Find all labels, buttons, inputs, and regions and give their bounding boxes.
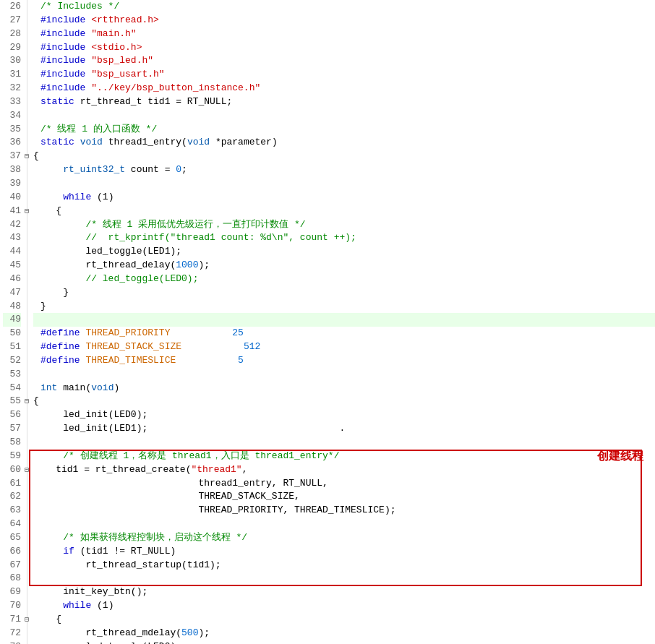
line-number: 54 — [3, 382, 21, 395]
code-line: // rt_kprintf("thread1 count: %d\n", cou… — [33, 231, 655, 245]
line-number: 55 — [3, 395, 21, 408]
code-line: THREAD_STACK_SIZE, — [33, 490, 655, 504]
line-number: 26 — [3, 0, 21, 14]
line-number: 35 — [3, 123, 21, 137]
code-line: init_key_btn(); — [33, 585, 655, 599]
line-number: 36 — [3, 136, 21, 150]
collapse-icon[interactable]: ⊟ — [25, 150, 32, 164]
line-number: 37 — [3, 150, 21, 163]
code-text: #define THREAD_STACK_SIZE 512 — [40, 341, 260, 352]
code-text: #include <rtthread.h> — [40, 14, 159, 25]
code-text: rt_thread_delay(1000); — [40, 259, 210, 270]
code-line: thread1_entry, RT_NULL, — [33, 477, 655, 491]
code-text: thread1_entry, RT_NULL, — [40, 478, 328, 489]
line-number: 46 — [3, 272, 21, 286]
code-text: int main(void) — [40, 382, 119, 393]
line-number: 29 — [3, 41, 21, 55]
code-line: led_init(LED0); — [33, 408, 655, 422]
code-line: led_init(LED1); . — [33, 422, 655, 436]
code-line: if (tid1 != RT_NULL) — [33, 545, 655, 559]
code-text: led_toggle(LED0); — [40, 641, 181, 644]
code-text: { — [33, 150, 39, 161]
code-text: { — [33, 205, 61, 216]
line-number: 63 — [3, 504, 21, 518]
code-line: ⊟ tid1 = rt_thread_create("thread1", — [33, 463, 655, 477]
code-line: led_toggle(LED1); — [33, 245, 655, 259]
red-box-annotation: 创建线程 — [597, 450, 643, 463]
code-line: #include "bsp_led.h" — [33, 54, 655, 68]
code-text: } — [40, 301, 46, 312]
code-line: while (1) — [33, 599, 655, 613]
code-text: /* Includes */ — [40, 1, 119, 12]
code-text: #include "../key/bsp_button_instance.h" — [40, 82, 260, 93]
code-line: ⊟ { — [33, 613, 655, 627]
line-number: 61 — [3, 477, 21, 491]
code-line: rt_thread_startup(tid1); — [33, 559, 655, 572]
code-content[interactable]: /* Includes */#include <rtthread.h>#incl… — [27, 0, 655, 644]
code-line: ⊟{ — [33, 395, 655, 408]
line-number: 33 — [3, 95, 21, 109]
line-number: 41 — [3, 205, 21, 218]
code-text: rt_thread_startup(tid1); — [40, 559, 221, 570]
line-number: 49 — [3, 313, 21, 327]
line-number: 27 — [3, 14, 21, 27]
line-number: 57 — [3, 422, 21, 436]
line-number-gutter: 2627282930313233343536373839404142434445… — [0, 0, 27, 644]
code-line: static rt_thread_t tid1 = RT_NULL; — [33, 95, 655, 109]
code-text: static void thread1_entry(void *paramete… — [40, 137, 278, 147]
code-line: /* 线程 1 采用低优先级运行，一直打印计数值 */ — [33, 218, 655, 232]
code-text: // rt_kprintf("thread1 count: %d\n", cou… — [40, 232, 356, 243]
code-line: ⊟{ — [33, 150, 655, 163]
code-line — [33, 109, 655, 123]
code-line: rt_thread_delay(1000); — [33, 259, 655, 272]
line-number: 58 — [3, 436, 21, 450]
line-number: 30 — [3, 54, 21, 68]
code-text: rt_thread_mdelay(500); — [40, 627, 210, 638]
line-number: 72 — [3, 627, 21, 640]
collapse-icon[interactable]: ⊟ — [25, 614, 32, 627]
line-number: 62 — [3, 490, 21, 504]
line-number: 45 — [3, 259, 21, 272]
code-line: } — [33, 286, 655, 300]
line-number: 39 — [3, 177, 21, 191]
line-number: 67 — [3, 559, 21, 572]
collapse-icon[interactable]: ⊟ — [25, 464, 32, 478]
code-line: /* Includes */ — [33, 0, 655, 14]
code-text: rt_uint32_t count = 0; — [40, 164, 187, 175]
code-text: /* 如果获得线程控制块，启动这个线程 */ — [40, 532, 247, 543]
line-number: 32 — [3, 82, 21, 95]
line-number: 56 — [3, 408, 21, 422]
code-text: /* 线程 1 的入口函数 */ — [40, 124, 157, 134]
code-line: ⊟ { — [33, 205, 655, 218]
line-number: 70 — [3, 599, 21, 613]
code-text: #include "bsp_usart.h" — [40, 69, 165, 80]
code-text: /* 线程 1 采用低优先级运行，一直打印计数值 */ — [40, 219, 306, 230]
code-text: THREAD_STACK_SIZE, — [40, 491, 300, 502]
line-number: 38 — [3, 163, 21, 177]
code-line — [33, 436, 655, 450]
code-line: #define THREAD_TIMESLICE 5 — [33, 354, 655, 368]
code-line: THREAD_PRIORITY, THREAD_TIMESLICE); — [33, 504, 655, 518]
line-number: 52 — [3, 354, 21, 368]
line-number: 51 — [3, 340, 21, 354]
code-line: led_toggle(LED0); — [33, 640, 655, 644]
line-number: 69 — [3, 585, 21, 599]
collapse-icon[interactable]: ⊟ — [25, 205, 32, 219]
code-text: if (tid1 != RT_NULL) — [40, 546, 176, 557]
code-line: #include <rtthread.h> — [33, 14, 655, 27]
code-line: static void thread1_entry(void *paramete… — [33, 136, 655, 150]
code-text: /* 创建线程 1，名称是 thread1，入口是 thread1_entry*… — [40, 450, 339, 461]
collapse-icon[interactable]: ⊟ — [25, 395, 32, 409]
line-number: 47 — [3, 286, 21, 300]
line-number: 42 — [3, 218, 21, 232]
code-line: /* 创建线程 1，名称是 thread1，入口是 thread1_entry*… — [33, 450, 655, 463]
code-line: rt_uint32_t count = 0; — [33, 163, 655, 177]
code-text: while (1) — [40, 192, 114, 202]
code-text: } — [40, 287, 69, 298]
code-text: THREAD_PRIORITY, THREAD_TIMESLICE); — [40, 505, 395, 515]
code-text: #include "main.h" — [40, 28, 137, 39]
line-number: 66 — [3, 545, 21, 559]
line-number: 40 — [3, 191, 21, 205]
line-number: 68 — [3, 572, 21, 585]
line-number: 65 — [3, 531, 21, 545]
